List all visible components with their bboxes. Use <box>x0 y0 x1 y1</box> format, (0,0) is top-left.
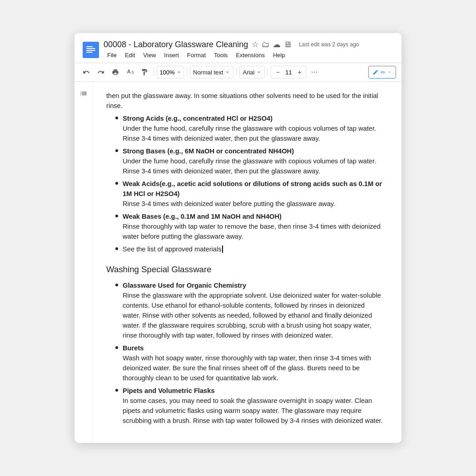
bullet-content: Pipets and Volumetric Flasks In some cas… <box>123 386 383 426</box>
list-item: Glassware Used for Organic Chemistry Rin… <box>115 280 383 340</box>
item-body: Rinse the glassware with the appropriate… <box>123 292 381 339</box>
svg-rect-4 <box>86 52 93 53</box>
divider-2 <box>187 68 187 77</box>
font-size-decrease[interactable]: − <box>273 68 282 77</box>
style-value: Normal text <box>193 69 223 76</box>
bullet-content: Weak Bases (e.g., 0.1M and 1M NaOH and N… <box>123 211 383 241</box>
bullet-content: Strong Acids (e.g., concentrated HCl or … <box>123 113 383 143</box>
bullet-dot <box>115 215 118 217</box>
divider-1 <box>154 68 154 77</box>
menu-format[interactable]: Format <box>183 50 209 60</box>
item-title: Pipets and Volumetric Flasks <box>123 387 215 394</box>
item-title: See the list of approved materials <box>123 245 222 253</box>
bullet-content: Burets Wash with hot soapy water, rinse … <box>123 343 383 383</box>
font-select[interactable]: Arial <box>239 66 265 79</box>
redo-button[interactable] <box>94 66 107 79</box>
spellcheck-button[interactable] <box>124 66 136 79</box>
bullet-content: See the list of approved materials​ <box>123 244 383 254</box>
bullet-content: Glassware Used for Organic Chemistry Rin… <box>123 280 383 340</box>
list-item: Pipets and Volumetric Flasks In some cas… <box>115 386 383 426</box>
bullet-dot <box>115 117 118 119</box>
item-title: Glassware Used for Organic Chemistry <box>123 282 246 289</box>
intro-paragraph: then put the glassware away. In some sit… <box>106 91 383 111</box>
title-row: 00008 - Laboratory Glassware Cleaning ☆ … <box>104 39 393 49</box>
font-size-control[interactable]: − 11 + <box>271 66 306 79</box>
svg-rect-3 <box>86 50 95 51</box>
bullet-dot <box>115 149 118 152</box>
item-title: Weak Bases (e.g., 0.1M and 1M NaOH and N… <box>123 213 282 220</box>
title-icons: ☆ 🗂 ☁ 🖥 <box>252 39 292 49</box>
section2-heading: Washing Special Glassware <box>106 263 383 276</box>
list-item: Strong Bases (e.g., 6M NaOH or concentra… <box>115 146 383 176</box>
paint-format-button[interactable] <box>138 66 151 79</box>
font-value: Arial <box>243 69 254 76</box>
last-edit-label: Last edit was 2 days ago <box>299 41 359 48</box>
svg-rect-1 <box>86 46 93 47</box>
bullet-dot <box>115 247 118 250</box>
bullet-dot <box>115 346 118 349</box>
bullet-content: Weak Acids(e.g., acetic acid solutions o… <box>123 179 383 209</box>
font-size-increase[interactable]: + <box>295 68 304 77</box>
title-area: 00008 - Laboratory Glassware Cleaning ☆ … <box>104 39 393 60</box>
list-item: Weak Acids(e.g., acetic acid solutions o… <box>115 179 383 209</box>
list-item: Burets Wash with hot soapy water, rinse … <box>115 343 383 383</box>
menu-insert[interactable]: Insert <box>160 50 183 60</box>
menu-file[interactable]: File <box>104 50 120 60</box>
item-title: Strong Bases (e.g., 6M NaOH or concentra… <box>123 147 294 155</box>
bullet-dot <box>115 284 118 286</box>
item-body: In some cases, you may need to soak the … <box>123 397 383 424</box>
sidebar-panel <box>74 82 93 443</box>
menu-view[interactable]: View <box>139 50 159 60</box>
item-body: Rinse thoroughly with tap water to remov… <box>123 223 381 240</box>
edit-button[interactable]: ✏ <box>368 66 396 79</box>
item-title: Burets <box>123 344 144 352</box>
bullets-part1: Strong Acids (e.g., concentrated HCl or … <box>115 113 383 254</box>
list-item: Weak Bases (e.g., 0.1M and 1M NaOH and N… <box>115 211 383 241</box>
item-body: Wash with hot soapy water, rinse thoroug… <box>123 354 371 382</box>
undo-button[interactable] <box>80 66 93 79</box>
main-window: 00008 - Laboratory Glassware Cleaning ☆ … <box>74 33 402 443</box>
menu-help[interactable]: Help <box>269 50 289 60</box>
menu-bar: File Edit View Insert Format Tools Exten… <box>104 49 393 60</box>
zoom-value: 100% <box>159 69 175 76</box>
edit-label: ✏ <box>381 69 386 76</box>
divider-4 <box>268 68 268 77</box>
title-bar: 00008 - Laboratory Glassware Cleaning ☆ … <box>74 33 402 60</box>
google-docs-icon <box>83 42 99 58</box>
item-title: Strong Acids (e.g., concentrated HCl or … <box>123 115 273 122</box>
print-button[interactable] <box>109 66 122 79</box>
divider-3 <box>236 68 237 77</box>
more-options-button[interactable]: ⋯ <box>308 66 321 79</box>
svg-rect-2 <box>86 48 95 49</box>
bullets-part2: Glassware Used for Organic Chemistry Rin… <box>115 280 383 426</box>
item-title: Weak Acids(e.g., acetic acid solutions o… <box>123 180 382 197</box>
document-content: then put the glassware away. In some sit… <box>93 82 402 443</box>
menu-tools[interactable]: Tools <box>210 50 231 60</box>
bullet-dot <box>115 182 118 185</box>
text-cursor: ​ <box>222 245 223 253</box>
font-size-value: 11 <box>283 69 294 76</box>
document-outline-icon[interactable] <box>77 87 90 100</box>
list-item: See the list of approved materials​ <box>115 244 383 254</box>
cloud-icon[interactable]: ☁ <box>273 39 281 49</box>
zoom-control[interactable]: 100% <box>157 66 184 79</box>
star-icon[interactable]: ☆ <box>252 39 259 49</box>
share-icon[interactable]: 🖥 <box>283 40 292 49</box>
folder-icon[interactable]: 🗂 <box>262 40 270 49</box>
bullet-dot <box>115 389 118 392</box>
item-body: Rinse 3-4 times with deionized water bef… <box>123 200 335 207</box>
menu-extensions[interactable]: Extensions <box>232 50 268 60</box>
toolbar: 100% Normal text Arial − 11 + ⋯ ✏ <box>74 63 402 82</box>
list-item: Strong Acids (e.g., concentrated HCl or … <box>115 113 383 143</box>
content-area: then put the glassware away. In some sit… <box>74 82 402 443</box>
item-body: Under the fume hood, carefully rinse the… <box>123 157 376 175</box>
style-select[interactable]: Normal text <box>190 66 233 79</box>
menu-edit[interactable]: Edit <box>121 50 139 60</box>
document-title: 00008 - Laboratory Glassware Cleaning <box>104 40 248 49</box>
bullet-content: Strong Bases (e.g., 6M NaOH or concentra… <box>123 146 383 176</box>
item-body: Under the fume hood, carefully rinse the… <box>123 125 376 142</box>
